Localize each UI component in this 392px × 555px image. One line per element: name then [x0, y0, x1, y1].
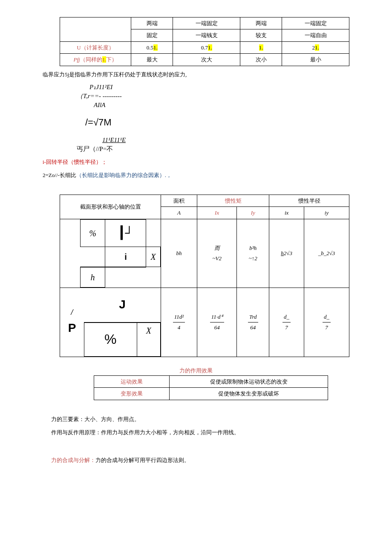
t1-sh3: 较支 [240, 29, 282, 41]
diagram-rect: ┃┘ % iX h [60, 219, 161, 288]
t1-r2-label: Pfj（同样的1.下） [60, 54, 131, 66]
critical-stress-text: 临界应力5j是指临界力作用下压杆仍处于直线状态时的应力, [43, 70, 349, 79]
formula-3: 11¹E11¹E 丐尸（//P=不 [77, 136, 349, 154]
formula-2: /=√7M [85, 116, 349, 129]
t1-h2: 一端固定 [173, 17, 240, 29]
formula-1: P₁J11²EI （T,r==- --------- AIlA [77, 83, 349, 110]
force-composition: 力的合成与分解：力的合成与分解可用平行四边形法则。 [51, 455, 349, 465]
slenderness-text: 2=Zo//-长细比（长细比是影响临界力的综合因素）.， [43, 170, 349, 180]
diagram-circle-p: / P [60, 288, 84, 357]
section-force-effects: 力的作用效果 [43, 366, 349, 375]
table-length-coefficients: 两端 一端固定 两端 一端固定 固定 一端钱支 较支 一端自由 U（计算长度） … [60, 17, 349, 66]
t1-h4: 一端固定 [282, 17, 349, 29]
table-cross-sections: 截面形状和形心轴的位置 面积 惯性矩 惯性半径 A Ix Iy ix iy ┃┘… [60, 195, 349, 357]
force-three-elements: 力的三要素：大小、方向、作用点。 [51, 414, 349, 424]
t1-sh1: 固定 [131, 29, 173, 41]
t1-r1-label: U（计算长度） [60, 41, 131, 53]
t1-h3: 两端 [240, 17, 282, 29]
radius-gyration-text: i-回转半径（惯性半径）； [43, 157, 349, 167]
action-reaction: 作用与反作用原理：作用力与反作用力大小相等，方向相反，沿同一作用线。 [51, 427, 349, 437]
table-force-effects: 运动效果 促使或限制物体运动状态的改变 变形效果 促使物体发生变形或破坏 [94, 375, 328, 400]
t1-sh2: 一端钱支 [173, 29, 240, 41]
diagram-circle: J [84, 288, 161, 322]
t1-sh4: 一端自由 [282, 29, 349, 41]
t1-h1: 两端 [131, 17, 173, 29]
